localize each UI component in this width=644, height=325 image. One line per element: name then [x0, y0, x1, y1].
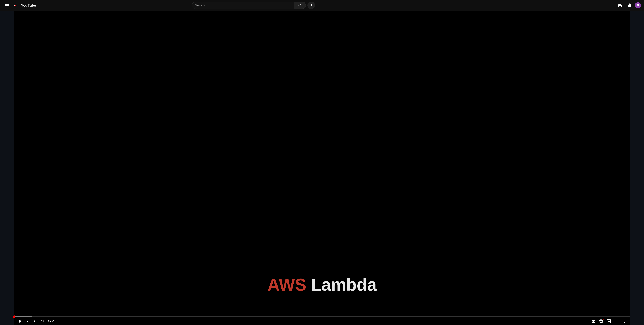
next-button[interactable]: [24, 318, 31, 324]
cc-button[interactable]: [590, 318, 597, 324]
fullscreen-button[interactable]: [620, 318, 627, 324]
fullscreen-icon: [622, 319, 626, 324]
miniplayer-icon: [606, 319, 611, 324]
menu-button[interactable]: [3, 2, 11, 9]
search-button[interactable]: [294, 2, 306, 9]
video-player[interactable]: AWS Lambda: [14, 11, 630, 318]
aws-text: AWS: [268, 275, 306, 294]
main-layout: AWS Lambda: [0, 0, 644, 325]
youtube-logo-icon: [14, 3, 20, 8]
youtube-logo-text: YouTube: [21, 3, 36, 8]
time-current: 0:01: [41, 320, 46, 323]
video-controls: 0:01 / 19:36: [14, 318, 630, 325]
cc-icon: [591, 319, 596, 324]
settings-icon: [599, 319, 603, 324]
header-right: N: [617, 2, 641, 9]
progress-bar[interactable]: [14, 316, 630, 317]
avatar-letter: N: [637, 4, 639, 7]
play-button[interactable]: [17, 318, 24, 324]
time-display: 0:01 / 19:36: [41, 320, 54, 323]
header-left: YouTube: [3, 2, 36, 9]
create-button[interactable]: [617, 2, 624, 9]
volume-icon: [33, 319, 38, 324]
search-input[interactable]: [192, 2, 294, 8]
time-total: 19:36: [48, 320, 54, 323]
header: YouTube: [0, 0, 644, 11]
theater-icon: [614, 319, 618, 324]
progress-buffered: [14, 316, 32, 317]
left-sidebar: [0, 11, 14, 325]
video-title-overlay: AWS Lambda: [268, 275, 377, 294]
controls-row: 0:01 / 19:36: [17, 318, 627, 325]
search-icon: [298, 4, 302, 7]
notifications-button[interactable]: [626, 2, 633, 9]
microphone-icon: [309, 4, 313, 7]
progress-knob: [13, 316, 16, 318]
header-center: [185, 2, 322, 9]
miniplayer-button[interactable]: [605, 318, 612, 324]
play-icon: [18, 319, 22, 324]
skip-next-icon: [26, 319, 30, 324]
create-icon: [618, 3, 623, 8]
settings-button[interactable]: [598, 318, 604, 324]
volume-button[interactable]: [32, 318, 39, 324]
theater-mode-button[interactable]: [613, 318, 620, 324]
voice-search-button[interactable]: [307, 2, 315, 9]
right-sidebar: [630, 11, 644, 325]
lambda-text: Lambda: [311, 275, 376, 294]
video-container: AWS Lambda: [14, 11, 630, 325]
search-form: [192, 2, 306, 9]
user-avatar-button[interactable]: N: [635, 2, 641, 8]
hamburger-icon: [4, 3, 9, 8]
search-input-wrapper: [192, 2, 294, 9]
bell-icon: [627, 3, 632, 8]
youtube-logo[interactable]: YouTube: [14, 3, 36, 8]
